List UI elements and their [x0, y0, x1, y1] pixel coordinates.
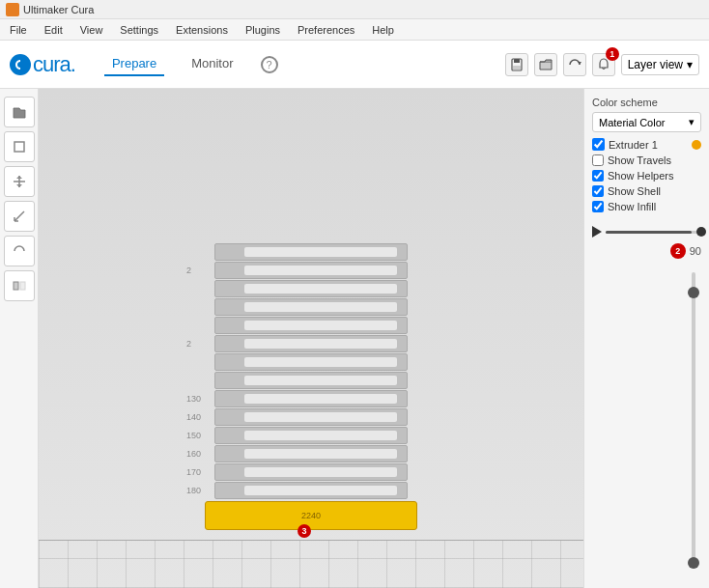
- slider-badge-2: 2: [670, 243, 686, 259]
- grid-floor: [39, 540, 583, 588]
- menu-settings[interactable]: Settings: [116, 22, 162, 38]
- color-scheme-label: Color scheme: [592, 97, 701, 108]
- shelf: [244, 431, 397, 440]
- base-wrapper: 2240 3: [205, 499, 417, 530]
- base-label: 2240: [301, 511, 321, 520]
- shelf: [244, 302, 397, 312]
- layer-view-label: Layer view: [628, 58, 683, 71]
- model-layer: 150: [214, 427, 408, 444]
- model-layer: [214, 372, 408, 389]
- model-base: 2240: [205, 501, 417, 530]
- right-panel: Color scheme Material Color ▾ Extruder 1…: [583, 89, 709, 588]
- v-slider-thumb-bottom[interactable]: [688, 557, 699, 569]
- open-file-btn[interactable]: [4, 97, 35, 127]
- rotate-icon[interactable]: [563, 53, 586, 76]
- v-slider-thumb-top[interactable]: [688, 287, 699, 298]
- tabs: Prepare Monitor ?: [104, 52, 278, 76]
- mirror-btn[interactable]: [4, 270, 35, 301]
- menu-edit[interactable]: Edit: [41, 22, 67, 38]
- model-container: 180 170 160 150: [205, 243, 417, 530]
- shelf: [244, 247, 397, 257]
- show-helpers-label: Show Helpers: [608, 170, 673, 182]
- top-toolbar: cura. Prepare Monitor ? 1 Layer view ▾: [0, 41, 709, 89]
- show-infill-label: Show Infill: [608, 201, 656, 212]
- extruder-label: Extruder 1: [609, 139, 658, 151]
- h-slider-thumb[interactable]: [696, 227, 706, 237]
- shelf: [244, 449, 397, 459]
- show-travels-row: Show Travels: [592, 154, 701, 166]
- object-btn[interactable]: [4, 131, 35, 162]
- show-helpers-row: Show Helpers: [592, 170, 701, 182]
- model-layer: 130: [214, 390, 408, 407]
- horizontal-slider[interactable]: [606, 231, 701, 234]
- logo-icon: [10, 54, 31, 75]
- folder-icon[interactable]: [534, 53, 557, 76]
- icon-wrapper-1: [505, 53, 528, 76]
- extruder-checkbox[interactable]: [592, 138, 605, 151]
- save-icon[interactable]: [505, 53, 528, 76]
- shelf: [244, 394, 397, 404]
- main-content: 180 170 160 150: [0, 89, 709, 588]
- notification-wrapper: 1: [592, 53, 615, 76]
- svg-rect-2: [513, 66, 521, 70]
- menu-preferences[interactable]: Preferences: [294, 22, 358, 38]
- show-travels-checkbox[interactable]: [592, 154, 604, 166]
- color-scheme-dropdown[interactable]: Material Color ▾: [592, 112, 701, 132]
- model-badge-3: 3: [298, 524, 311, 538]
- show-infill-checkbox[interactable]: [592, 201, 604, 212]
- layer-view-dropdown[interactable]: Layer view ▾: [621, 54, 699, 75]
- menu-extensions[interactable]: Extensions: [172, 22, 232, 38]
- model-layer: 2: [214, 335, 408, 352]
- shelf: [244, 321, 397, 330]
- show-shell-checkbox[interactable]: [592, 185, 604, 197]
- cura-logo: cura.: [10, 52, 75, 77]
- model-layer: 160: [214, 445, 408, 462]
- show-helpers-checkbox[interactable]: [592, 170, 604, 182]
- model-layer: 170: [214, 463, 408, 481]
- viewport: 180 170 160 150: [39, 89, 583, 588]
- shelf: [244, 266, 397, 275]
- top-right-icons: 1 Layer view ▾: [505, 53, 699, 76]
- show-travels-label: Show Travels: [608, 154, 671, 166]
- tab-prepare[interactable]: Prepare: [104, 52, 164, 76]
- model-layer: 140: [214, 408, 408, 426]
- tab-monitor[interactable]: Monitor: [184, 52, 241, 76]
- move-btn[interactable]: [4, 166, 35, 197]
- show-shell-label: Show Shell: [608, 185, 661, 197]
- play-button[interactable]: [592, 226, 602, 238]
- dropdown-arrow-icon: ▾: [687, 58, 693, 71]
- play-controls: [592, 226, 701, 238]
- shelf: [244, 486, 397, 495]
- menu-plugins[interactable]: Plugins: [241, 22, 284, 38]
- model-layer: 2: [214, 262, 408, 279]
- v-slider-track[interactable]: [692, 272, 695, 569]
- app-icon: [6, 3, 19, 16]
- model-layer: [214, 243, 408, 261]
- help-icon[interactable]: ?: [261, 56, 278, 73]
- show-infill-row: Show Infill: [592, 201, 701, 212]
- svg-rect-1: [514, 59, 520, 63]
- menu-view[interactable]: View: [76, 22, 107, 38]
- show-shell-row: Show Shell: [592, 185, 701, 197]
- layer-stack: 180 170 160 150: [214, 243, 408, 499]
- scale-btn[interactable]: [4, 201, 35, 232]
- rotate-btn[interactable]: [4, 236, 35, 266]
- svg-rect-3: [14, 142, 24, 152]
- menu-bar: File Edit View Settings Extensions Plugi…: [0, 19, 709, 41]
- model-layer: [214, 280, 408, 297]
- shelf: [244, 339, 397, 349]
- color-scheme-arrow-icon: ▾: [689, 116, 695, 128]
- model-layer: 180: [214, 482, 408, 499]
- model-layer: [214, 298, 408, 316]
- h-slider-fill: [606, 231, 692, 234]
- vertical-slider-container: [692, 272, 695, 569]
- menu-file[interactable]: File: [6, 22, 31, 38]
- logo-text: cura.: [33, 52, 75, 77]
- svg-rect-5: [20, 282, 25, 290]
- extruder-color-dot: [692, 140, 701, 150]
- shelf: [244, 357, 397, 367]
- shelf: [244, 467, 397, 477]
- left-sidebar: [0, 89, 39, 588]
- menu-help[interactable]: Help: [368, 22, 398, 38]
- title-bar: Ultimaker Cura: [0, 0, 709, 19]
